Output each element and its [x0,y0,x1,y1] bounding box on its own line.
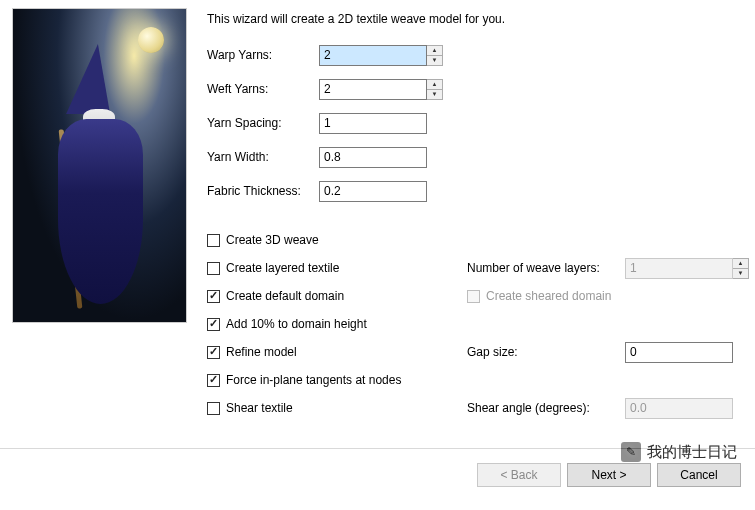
weft-label: Weft Yarns: [207,82,319,96]
gap-label: Gap size: [467,345,518,359]
thickness-input[interactable] [319,181,427,202]
sheared-domain-label: Create sheared domain [486,289,611,303]
warp-spin-down[interactable]: ▼ [427,56,442,65]
wizard-illustration [12,8,187,323]
refine-label: Refine model [226,345,297,359]
cancel-button[interactable]: Cancel [657,463,741,487]
shear-angle-input [625,398,733,419]
default-domain-checkbox[interactable] [207,290,220,303]
thickness-label: Fabric Thickness: [207,184,319,198]
layers-input [625,258,733,279]
weft-spin-up[interactable]: ▲ [427,80,442,90]
layers-spin-down: ▼ [733,269,748,278]
watermark-icon: ✎ [621,442,641,462]
create-3d-label: Create 3D weave [226,233,319,247]
spacing-input[interactable] [319,113,427,134]
inplane-checkbox[interactable] [207,374,220,387]
weft-spin-down[interactable]: ▼ [427,90,442,99]
add10-label: Add 10% to domain height [226,317,367,331]
create-3d-checkbox[interactable] [207,234,220,247]
spacing-label: Yarn Spacing: [207,116,319,130]
warp-spinner[interactable]: ▲ ▼ [427,45,443,66]
weft-input[interactable] [319,79,427,100]
sheared-domain-checkbox [467,290,480,303]
layers-spinner: ▲ ▼ [733,258,749,279]
layers-spin-up: ▲ [733,259,748,269]
layered-checkbox[interactable] [207,262,220,275]
gap-input[interactable] [625,342,733,363]
layered-label: Create layered textile [226,261,339,275]
default-domain-label: Create default domain [226,289,344,303]
warp-label: Warp Yarns: [207,48,319,62]
layers-label: Number of weave layers: [467,261,600,275]
add10-checkbox[interactable] [207,318,220,331]
shear-checkbox[interactable] [207,402,220,415]
warp-spin-up[interactable]: ▲ [427,46,442,56]
watermark: ✎ 我的博士日记 [621,442,737,462]
warp-input[interactable] [319,45,427,66]
back-button: < Back [477,463,561,487]
width-input[interactable] [319,147,427,168]
inplane-label: Force in-plane tangents at nodes [226,373,401,387]
weft-spinner[interactable]: ▲ ▼ [427,79,443,100]
watermark-text: 我的博士日记 [647,443,737,462]
width-label: Yarn Width: [207,150,319,164]
refine-checkbox[interactable] [207,346,220,359]
shear-angle-label: Shear angle (degrees): [467,401,590,415]
wizard-intro: This wizard will create a 2D textile wea… [207,12,743,26]
shear-label: Shear textile [226,401,293,415]
next-button[interactable]: Next > [567,463,651,487]
